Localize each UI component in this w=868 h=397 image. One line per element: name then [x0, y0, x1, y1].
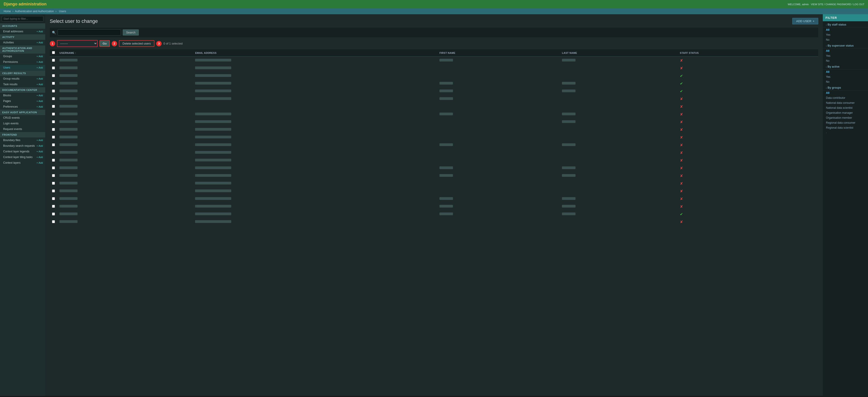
sidebar-item-request-events[interactable]: Request events: [0, 126, 45, 132]
sidebar-add-link[interactable]: + Add: [37, 150, 43, 153]
sidebar-item-boundary-files[interactable]: Boundary files+ Add: [0, 138, 45, 143]
sidebar-add-link[interactable]: + Add: [37, 55, 43, 58]
sidebar-add-link[interactable]: + Add: [37, 105, 43, 108]
row-username[interactable]: [57, 180, 193, 187]
sidebar-add-link[interactable]: + Add: [37, 156, 43, 158]
col-email[interactable]: EMAIL ADDRESS: [193, 49, 437, 57]
col-staff[interactable]: STAFF STATUS: [678, 49, 818, 57]
row-checkbox[interactable]: [52, 59, 55, 62]
filter-item-yes[interactable]: Yes: [823, 74, 868, 79]
row-checkbox[interactable]: [52, 136, 55, 139]
row-checkbox[interactable]: [52, 66, 55, 69]
row-checkbox[interactable]: [52, 189, 55, 192]
sidebar-item-boundary-search-requests[interactable]: Boundary search requests+ Add: [0, 143, 45, 149]
sidebar-add-link[interactable]: + Add: [37, 66, 43, 69]
filter-item-regional-data-scientist[interactable]: Regional data scientist: [823, 125, 868, 130]
row-checkbox[interactable]: [52, 151, 55, 154]
row-username[interactable]: [57, 133, 193, 141]
sidebar-add-link[interactable]: + Add: [37, 100, 43, 102]
row-checkbox[interactable]: [52, 182, 55, 185]
filter-item-regional-data-consumer[interactable]: Regional data consumer: [823, 120, 868, 125]
row-username[interactable]: [57, 57, 193, 64]
row-checkbox[interactable]: [52, 90, 55, 92]
filter-item-all[interactable]: All: [823, 69, 868, 74]
row-username[interactable]: [57, 126, 193, 133]
sidebar-add-link[interactable]: + Add: [37, 83, 43, 86]
row-username[interactable]: [57, 187, 193, 195]
row-username[interactable]: [57, 157, 193, 164]
row-username[interactable]: [57, 88, 193, 95]
sidebar-item-login-events[interactable]: Login events: [0, 121, 45, 126]
sidebar-add-link[interactable]: + Add: [37, 61, 43, 63]
filter-item-no[interactable]: No: [823, 58, 868, 63]
sidebar-add-link[interactable]: + Add: [37, 41, 43, 44]
action-select[interactable]: -------- Delete selected users: [57, 40, 98, 47]
row-checkbox[interactable]: [52, 166, 55, 169]
username-link[interactable]: admin: [802, 3, 809, 6]
sidebar-item-groups[interactable]: Groups+ Add: [0, 54, 45, 59]
filter-item-all[interactable]: All: [823, 49, 868, 53]
row-checkbox[interactable]: [52, 220, 55, 223]
change-password-link[interactable]: CHANGE PASSWORD: [826, 3, 851, 6]
sidebar-add-link[interactable]: + Add: [37, 30, 43, 33]
sidebar-add-link[interactable]: + Add: [37, 139, 43, 142]
row-checkbox[interactable]: [52, 82, 55, 85]
row-username[interactable]: [57, 72, 193, 80]
sidebar-item-context-layers[interactable]: Context layers+ Add: [0, 160, 45, 166]
col-lastname[interactable]: LAST NAME: [560, 49, 678, 57]
row-username[interactable]: [57, 141, 193, 149]
sidebar-filter-input[interactable]: [2, 16, 43, 22]
select-all-checkbox[interactable]: [52, 51, 55, 54]
row-checkbox[interactable]: [52, 74, 55, 77]
delete-selected-button[interactable]: Delete selected users: [119, 40, 154, 47]
log-out-link[interactable]: LOG OUT: [853, 3, 864, 6]
search-button[interactable]: Search: [123, 29, 139, 35]
row-username[interactable]: [57, 64, 193, 72]
row-checkbox[interactable]: [52, 143, 55, 146]
row-username[interactable]: [57, 95, 193, 103]
breadcrumb-section[interactable]: Authentication and Authorization: [15, 10, 54, 13]
row-checkbox[interactable]: [52, 197, 55, 200]
row-checkbox[interactable]: [52, 113, 55, 116]
filter-item-yes[interactable]: Yes: [823, 32, 868, 37]
row-username[interactable]: [57, 118, 193, 126]
sidebar-item-task-results[interactable]: Task results+ Add: [0, 82, 45, 87]
row-username[interactable]: [57, 164, 193, 172]
sidebar-add-link[interactable]: + Add: [37, 161, 43, 164]
row-checkbox[interactable]: [52, 213, 55, 215]
sidebar-item-users[interactable]: Users+ Add: [0, 65, 45, 70]
sidebar-add-link[interactable]: + Add: [37, 145, 43, 147]
row-username[interactable]: [57, 195, 193, 203]
row-checkbox[interactable]: [52, 174, 55, 177]
sidebar-item-pages[interactable]: Pages+ Add: [0, 98, 45, 104]
filter-item-data-contributor[interactable]: Data contributor: [823, 95, 868, 100]
sidebar-item-email-addresses[interactable]: Email addresses+ Add: [0, 29, 45, 34]
row-username[interactable]: [57, 172, 193, 180]
sidebar-item-permissions[interactable]: Permissions+ Add: [0, 59, 45, 65]
row-username[interactable]: [57, 149, 193, 157]
filter-item-·[interactable]: ·: [823, 130, 868, 135]
view-site-link[interactable]: VIEW SITE: [811, 3, 824, 6]
row-checkbox[interactable]: [52, 159, 55, 162]
row-username[interactable]: [57, 103, 193, 111]
row-checkbox[interactable]: [52, 120, 55, 123]
filter-item-national-data-scientist[interactable]: National data scientist: [823, 105, 868, 110]
go-button[interactable]: Go: [99, 40, 110, 47]
sidebar-add-link[interactable]: + Add: [37, 94, 43, 97]
sidebar-add-link[interactable]: + Add: [37, 77, 43, 80]
sidebar-item-crud-events[interactable]: CRUD events: [0, 115, 45, 121]
row-checkbox[interactable]: [52, 97, 55, 100]
sidebar-item-blocks[interactable]: Blocks+ Add: [0, 93, 45, 98]
filter-item-all[interactable]: All: [823, 90, 868, 95]
row-checkbox[interactable]: [52, 128, 55, 131]
add-user-button[interactable]: ADD USER +: [792, 18, 818, 24]
row-checkbox[interactable]: [52, 205, 55, 208]
filter-item-no[interactable]: No: [823, 37, 868, 42]
sidebar-item-activities[interactable]: Activities+ Add: [0, 40, 45, 45]
row-username[interactable]: [57, 218, 193, 226]
sidebar-item-group-results[interactable]: Group results+ Add: [0, 76, 45, 82]
col-username[interactable]: USERNAME ↑: [57, 49, 193, 57]
sidebar-item-context-layer-tiling-tasks[interactable]: Context layer tiling tasks+ Add: [0, 154, 45, 160]
filter-item-all[interactable]: All: [823, 27, 868, 32]
filter-item-national-data-consumer[interactable]: National data consumer: [823, 100, 868, 105]
